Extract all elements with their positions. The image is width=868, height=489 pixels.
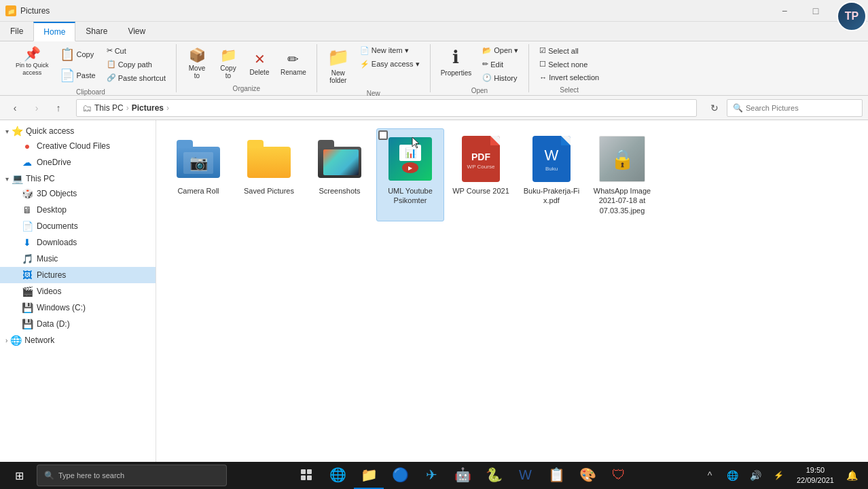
back-button[interactable]: ‹ <box>5 98 24 117</box>
paste-shortcut-button[interactable]: 🔗 Paste shortcut <box>102 71 170 84</box>
file-item-uml-youtube[interactable]: 📊 ▶ UML Youtube Psikomter <box>376 128 444 221</box>
rename-button[interactable]: ✏ Rename <box>276 48 311 79</box>
organize-label: Organize <box>182 84 311 94</box>
downloads-icon: ⬇ <box>22 237 33 248</box>
ribbon-group-select: ☑ Select all ☐ Select none ↔ Invert sele… <box>529 44 609 92</box>
history-button[interactable]: 🕐 History <box>477 71 523 84</box>
copy-icon: 📋 <box>60 47 75 62</box>
taskbar-chrome[interactable]: 🔵 <box>385 462 415 489</box>
properties-button[interactable]: ℹ Properties <box>436 44 477 79</box>
tray-battery[interactable]: ⚡ <box>768 462 790 489</box>
address-bar[interactable]: 🗂 This PC › Pictures › <box>76 99 697 117</box>
taskbar-sticky[interactable]: 📋 <box>541 462 571 489</box>
creative-cloud-icon: ● <box>22 141 33 151</box>
taskbar-edge[interactable]: 🌐 <box>323 462 352 489</box>
tray-network[interactable]: 🌐 <box>722 462 744 489</box>
sidebar-item-data-d[interactable]: 💾 Data (D:) <box>0 316 156 332</box>
saved-pictures-label: Saved Pictures <box>244 186 294 196</box>
svg-rect-3 <box>307 469 312 474</box>
select-none-button[interactable]: ☐ Select none <box>535 58 592 71</box>
open-icon: 📂 <box>482 46 492 55</box>
easy-access-icon: ⚡ <box>360 60 369 69</box>
new-folder-button[interactable]: 📁 Newfolder <box>323 44 354 87</box>
taskbar-icons: 🌐 📁 🔵 ✈ 🤖 🐍 W 📋 🎨 <box>228 462 698 489</box>
pin-to-quick-access-button[interactable]: 📌 Pin to Quickaccess <box>11 44 54 79</box>
data-d-icon: 💾 <box>22 319 33 329</box>
saved-pictures-icon <box>245 134 293 183</box>
refresh-button[interactable]: ↻ <box>705 98 724 117</box>
copy-to-button[interactable]: 📁 Copyto <box>213 44 243 82</box>
search-bar[interactable]: 🔍 <box>727 99 863 117</box>
videos-icon: 🎬 <box>22 286 33 297</box>
maximize-button[interactable]: □ <box>800 0 831 22</box>
tray-volume[interactable]: 🔊 <box>745 462 767 489</box>
tab-share[interactable]: Share <box>75 22 117 41</box>
taskbar-telegram[interactable]: ✈ <box>416 462 446 489</box>
taskbar-task-view[interactable] <box>291 462 321 489</box>
paste-icon: 📄 <box>60 68 75 83</box>
taskbar-paint[interactable]: 🎨 <box>573 462 602 489</box>
copy-path-button[interactable]: 📋 Copy path <box>102 58 170 71</box>
tab-view[interactable]: View <box>117 22 156 41</box>
edit-button[interactable]: ✏ Edit <box>477 58 523 71</box>
taskbar-android[interactable]: 🤖 <box>448 462 477 489</box>
ribbon-group-organize: 📦 Moveto 📁 Copyto ✕ Delete ✏ Rename Orga… <box>177 44 317 92</box>
search-input[interactable] <box>746 104 856 112</box>
easy-access-button[interactable]: ⚡ Easy access ▾ <box>355 58 424 71</box>
minimize-button[interactable]: − <box>769 0 800 22</box>
tray-notification[interactable]: 🔔 <box>841 462 863 489</box>
new-item-button[interactable]: 📄 New item ▾ <box>355 44 424 57</box>
open-button[interactable]: 📂 Open ▾ <box>477 44 523 57</box>
file-item-camera-roll[interactable]: 📷 Camera Roll <box>164 128 232 221</box>
taskbar-search[interactable]: 🔍 Type here to search <box>37 465 227 486</box>
invert-selection-button[interactable]: ↔ Invert selection <box>535 71 604 84</box>
taskbar-word[interactable]: W <box>510 462 540 489</box>
start-button[interactable]: ⊞ <box>3 462 35 489</box>
camera-roll-icon: 📷 <box>174 134 223 183</box>
sidebar-item-music[interactable]: 🎵 Music <box>0 251 156 267</box>
sidebar-item-quick-access[interactable]: ▾ ⭐ Quick access <box>0 123 156 138</box>
taskbar-file-explorer[interactable]: 📁 <box>354 462 384 489</box>
sidebar-item-3d-objects[interactable]: 🎲 3D Objects <box>0 185 156 202</box>
delete-button[interactable]: ✕ Delete <box>245 48 274 79</box>
tab-home[interactable]: Home <box>33 22 75 41</box>
file-item-saved-pictures[interactable]: Saved Pictures <box>235 128 303 221</box>
breadcrumb-this-pc[interactable]: This PC <box>94 103 124 113</box>
taskbar-tray: ^ 🌐 🔊 ⚡ 19:50 22/09/2021 🔔 <box>699 462 865 489</box>
forward-button[interactable]: › <box>27 98 46 117</box>
sidebar-item-creative-cloud[interactable]: ● Creative Cloud Files <box>0 138 156 154</box>
tray-chevron[interactable]: ^ <box>699 462 721 489</box>
move-to-button[interactable]: 📦 Moveto <box>182 44 212 82</box>
sidebar-item-videos[interactable]: 🎬 Videos <box>0 283 156 300</box>
tab-file[interactable]: File <box>0 22 33 41</box>
up-button[interactable]: ↑ <box>49 98 68 117</box>
edit-icon: ✏ <box>482 60 488 69</box>
copy-button[interactable]: 📋 Copy <box>55 44 101 65</box>
file-item-wp-course[interactable]: PDF WP Course WP Course 2021 <box>447 128 515 221</box>
file-item-screenshots[interactable]: Screenshots <box>306 128 374 221</box>
sidebar-item-network[interactable]: › 🌐 Network <box>0 332 156 347</box>
selection-checkbox[interactable] <box>378 130 388 140</box>
sidebar-item-windows-c[interactable]: 💾 Windows (C:) <box>0 300 156 316</box>
sidebar-item-downloads[interactable]: ⬇ Downloads <box>0 234 156 251</box>
sidebar-item-desktop[interactable]: 🖥 Desktop <box>0 202 156 218</box>
profile-avatar[interactable]: TP <box>837 1 867 31</box>
tray-clock[interactable]: 19:50 22/09/2021 <box>791 465 839 486</box>
breadcrumb-pictures[interactable]: Pictures <box>132 103 164 113</box>
sidebar: ▾ ⭐ Quick access ● Creative Cloud Files … <box>0 120 156 489</box>
sidebar-item-onedrive[interactable]: ☁ OneDrive <box>0 154 156 170</box>
cut-button[interactable]: ✂ Cut <box>102 44 170 57</box>
svg-text:📁: 📁 <box>7 7 16 16</box>
sidebar-item-pictures[interactable]: 🖼 Pictures <box>0 267 156 283</box>
delete-icon: ✕ <box>254 51 266 67</box>
taskbar-security[interactable]: 🛡 <box>604 462 634 489</box>
sidebar-item-documents[interactable]: 📄 Documents <box>0 218 156 234</box>
sidebar-item-this-pc[interactable]: ▾ 💻 This PC <box>0 170 156 185</box>
file-item-whatsapp-image[interactable]: 🔒 WhatsApp Image 2021-07-18 at 07.03.35.… <box>588 128 656 221</box>
windows-c-icon: 💾 <box>22 302 33 313</box>
file-item-buku-prakerja[interactable]: W Buku Buku-Prakerja-Fi x.pdf <box>518 128 585 221</box>
3d-objects-icon: 🎲 <box>22 188 33 199</box>
select-all-button[interactable]: ☑ Select all <box>535 44 583 57</box>
taskbar-pycharm[interactable]: 🐍 <box>479 462 509 489</box>
paste-button[interactable]: 📄 Paste <box>55 65 101 86</box>
